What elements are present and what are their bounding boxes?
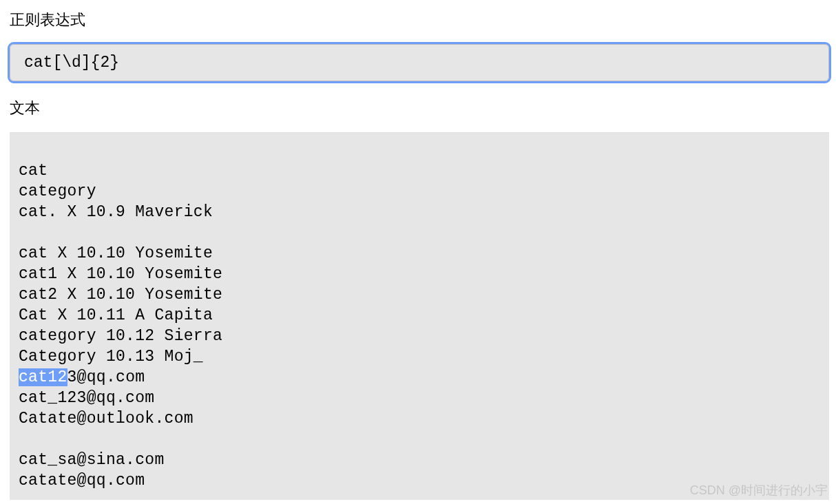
regex-input-wrapper — [10, 44, 829, 81]
regex-label: 正则表达式 — [10, 10, 829, 30]
watermark: CSDN @时间进行的小宇 — [690, 482, 828, 498]
text-content-area[interactable]: cat category cat. X 10.9 Maverick cat X … — [10, 132, 829, 500]
regex-input[interactable] — [10, 44, 829, 81]
regex-match: cat12 — [19, 368, 67, 386]
text-label: 文本 — [10, 98, 829, 118]
